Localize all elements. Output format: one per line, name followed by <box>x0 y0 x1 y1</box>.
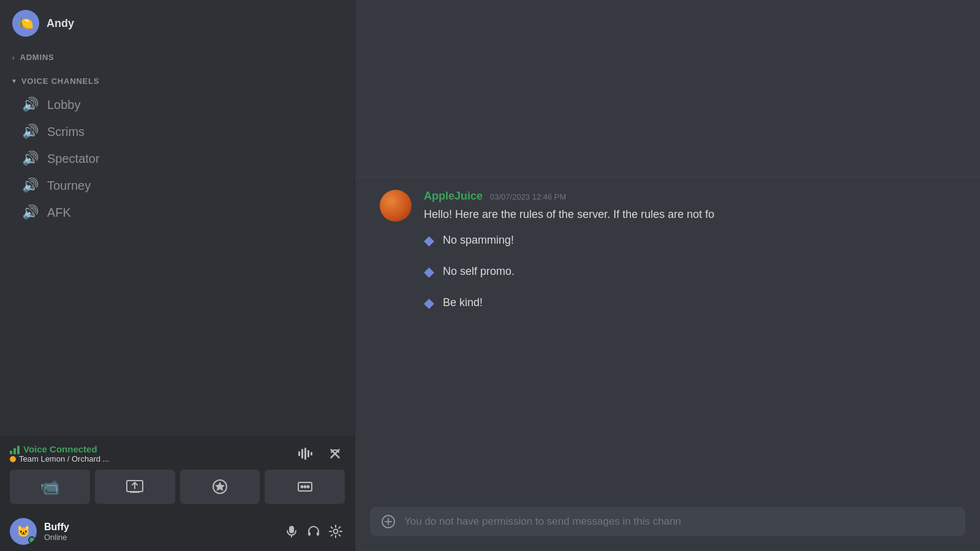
voice-connected-label: Voice Connected <box>10 444 109 454</box>
diamond-3-icon: ◆ <box>424 293 434 313</box>
rule-1-text: No spamming! <box>443 232 514 249</box>
voice-bars-icon <box>10 444 20 454</box>
message-username: AppleJuice <box>424 190 483 203</box>
section-admins[interactable]: › ADMINS <box>0 43 355 67</box>
voice-server-info: Team Lemon / Orchard ... <box>10 454 109 463</box>
channel-item-tourney[interactable]: 🔊 Tourney <box>5 173 350 198</box>
soundboard-icon <box>297 479 313 495</box>
channel-item-spectator[interactable]: 🔊 Spectator <box>5 146 350 171</box>
message-intro: Hello! Here are the rules of the server.… <box>424 206 956 223</box>
section-voice-channels[interactable]: ▾ VOICE CHANNELS <box>0 67 355 91</box>
svg-point-11 <box>300 485 303 489</box>
message-content: AppleJuice 03/07/2023 12:46 PM Hello! He… <box>424 190 956 324</box>
disconnect-icon <box>328 446 342 461</box>
svg-rect-2 <box>304 448 306 460</box>
speaker-tourney-icon: 🔊 <box>22 178 39 193</box>
user-avatar: 🐱 <box>10 518 37 545</box>
mute-button[interactable] <box>282 522 301 541</box>
chat-messages: AppleJuice 03/07/2023 12:46 PM Hello! He… <box>355 178 980 507</box>
user-status: Online <box>44 533 275 542</box>
channel-item-afk[interactable]: 🔊 AFK <box>5 200 350 225</box>
chevron-voice-icon: ▾ <box>12 77 17 85</box>
chat-top-spacer <box>355 0 980 178</box>
channel-tourney-name: Tourney <box>47 179 91 193</box>
user-status-dot <box>28 536 36 544</box>
diamond-2-icon: ◆ <box>424 261 434 282</box>
chevron-admins-icon: › <box>12 54 15 61</box>
svg-point-13 <box>306 485 309 489</box>
voice-actions-right <box>296 444 345 463</box>
svg-rect-14 <box>289 526 294 533</box>
user-info: Buffy Online <box>44 522 275 542</box>
svg-point-12 <box>303 485 306 489</box>
partial-user-avatar: 🍋 <box>12 10 39 37</box>
sidebar-scroll-area: 🍋 Andy › ADMINS ▾ VOICE CHANNELS 🔊 Lobby… <box>0 0 355 436</box>
disconnect-button[interactable] <box>325 444 345 463</box>
message-input-placeholder: You do not have permission to send messa… <box>404 515 954 528</box>
share-screen-button[interactable] <box>95 470 175 504</box>
activity-icon <box>212 479 228 495</box>
share-screen-icon <box>126 480 143 493</box>
partial-user-item[interactable]: 🍋 Andy <box>0 6 355 43</box>
main-chat: AppleJuice 03/07/2023 12:46 PM Hello! He… <box>355 0 980 551</box>
soundboard-button[interactable] <box>265 470 345 504</box>
voice-soundwave-button[interactable] <box>296 445 317 462</box>
message-text: Hello! Here are the rules of the server.… <box>424 206 956 313</box>
channel-spectator-name: Spectator <box>47 152 100 166</box>
soundwave-icon <box>298 448 314 460</box>
rule-2-text: No self promo. <box>443 263 514 280</box>
partial-user-name: Andy <box>47 17 74 30</box>
user-settings-button[interactable] <box>326 522 345 541</box>
channel-afk-name: AFK <box>47 206 71 220</box>
user-avatar-icon: 🐱 <box>17 525 30 538</box>
svg-rect-1 <box>301 449 303 459</box>
voice-status-left: Voice Connected Team Lemon / Orchard ... <box>10 444 109 463</box>
message-avatar <box>380 190 412 222</box>
rule-item-1: ◆ No spamming! <box>424 230 956 250</box>
channel-item-scrims[interactable]: 🔊 Scrims <box>5 119 350 144</box>
svg-rect-16 <box>308 532 311 536</box>
channel-lobby-name: Lobby <box>47 98 81 112</box>
microphone-icon <box>285 525 298 538</box>
chat-input-area: You do not have permission to send messa… <box>355 507 980 551</box>
diamond-1-icon: ◆ <box>424 230 434 250</box>
add-message-button[interactable] <box>381 514 396 529</box>
deafen-button[interactable] <box>304 522 323 541</box>
headphones-icon <box>307 525 320 538</box>
section-admins-label: ADMINS <box>20 53 54 62</box>
rule-item-2: ◆ No self promo. <box>424 261 956 282</box>
svg-point-18 <box>334 530 338 534</box>
camera-icon: 📹 <box>40 478 59 497</box>
user-panel: 🐱 Buffy Online <box>0 511 355 551</box>
user-controls <box>282 522 345 541</box>
section-voice-label: VOICE CHANNELS <box>21 77 100 86</box>
user-name: Buffy <box>44 522 275 533</box>
channel-item-lobby[interactable]: 🔊 Lobby <box>5 92 350 118</box>
svg-rect-17 <box>317 532 319 536</box>
speaker-afk-icon: 🔊 <box>22 204 39 220</box>
voice-controls-row: 📹 <box>10 470 345 504</box>
add-message-icon <box>381 514 396 529</box>
message-row: AppleJuice 03/07/2023 12:46 PM Hello! He… <box>380 190 956 324</box>
sidebar: 🍋 Andy › ADMINS ▾ VOICE CHANNELS 🔊 Lobby… <box>0 0 355 551</box>
svg-rect-0 <box>298 451 300 456</box>
settings-icon <box>329 525 342 538</box>
svg-rect-3 <box>307 450 309 457</box>
activity-button[interactable] <box>180 470 260 504</box>
speaker-lobby-icon: 🔊 <box>22 97 39 113</box>
message-timestamp: 03/07/2023 12:46 PM <box>490 192 566 201</box>
speaker-spectator-icon: 🔊 <box>22 151 39 167</box>
rule-item-3: ◆ Be kind! <box>424 293 956 313</box>
channel-scrims-name: Scrims <box>47 125 85 139</box>
message-header: AppleJuice 03/07/2023 12:46 PM <box>424 190 956 203</box>
voice-status-row: Voice Connected Team Lemon / Orchard ... <box>10 444 345 463</box>
camera-button[interactable]: 📹 <box>10 470 90 504</box>
speaker-scrims-icon: 🔊 <box>22 124 39 140</box>
svg-rect-6 <box>130 492 140 493</box>
voice-connected-panel: Voice Connected Team Lemon / Orchard ... <box>0 436 355 511</box>
voice-server-name: Team Lemon / Orchard ... <box>19 454 109 463</box>
voice-server-dot-icon <box>10 456 16 462</box>
rule-3-text: Be kind! <box>443 294 483 311</box>
message-input-bar: You do not have permission to send messa… <box>370 507 965 536</box>
voice-connected-text: Voice Connected <box>23 444 97 454</box>
